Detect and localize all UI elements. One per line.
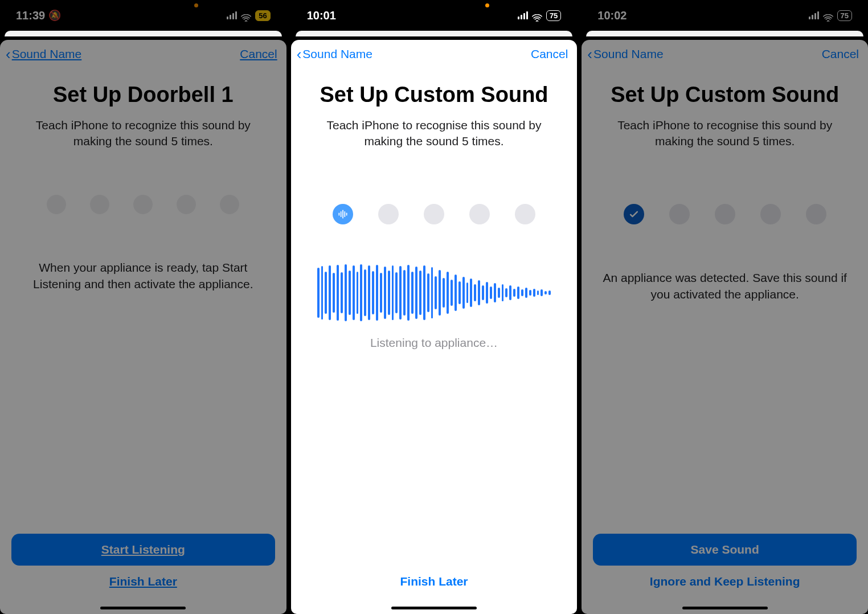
wifi-icon (823, 11, 833, 19)
progress-dot (760, 204, 781, 224)
back-label: Sound Name (12, 47, 82, 61)
instruction-text: When your appliance is ready, tap Start … (0, 214, 286, 292)
home-indicator[interactable] (391, 607, 477, 609)
cancel-button[interactable]: Cancel (240, 47, 277, 61)
status-bar: 11:39 🔕 56 (0, 0, 286, 31)
progress-dot (177, 195, 196, 214)
progress-dot (133, 195, 153, 214)
back-label: Sound Name (593, 47, 664, 61)
listening-status: Listening to appliance… (291, 336, 578, 350)
progress-dot (424, 204, 444, 224)
page-subtitle: Teach iPhone to recognize this sound by … (0, 113, 286, 150)
cancel-button[interactable]: Cancel (822, 47, 859, 61)
progress-dot-done (624, 204, 644, 224)
page-title: Set Up Custom Sound (582, 65, 868, 113)
screen-2: 10:01 75 ‹ Sound Name Cancel Set Up Cust… (291, 0, 578, 614)
sheet-behind (5, 31, 282, 36)
status-time: 10:02 (597, 9, 627, 22)
chevron-left-icon: ‹ (6, 47, 11, 62)
mic-indicator-dot (194, 3, 198, 7)
page-title: Set Up Custom Sound (291, 65, 578, 113)
progress-dots (291, 149, 578, 224)
progress-dot (378, 204, 399, 224)
status-right: 56 (227, 10, 270, 21)
waveform-visualization (291, 259, 578, 327)
bell-slash-icon: 🔕 (48, 9, 61, 22)
bottom-bar: Finish Later (291, 559, 578, 603)
status-time: 10:01 (307, 9, 336, 22)
battery-icon: 56 (255, 10, 270, 21)
back-button[interactable]: ‹ Sound Name (587, 47, 663, 62)
instruction-text: An appliance was detected. Save this sou… (582, 224, 868, 302)
sheet-behind (586, 31, 863, 36)
bottom-bar: Start Listening Finish Later (0, 527, 286, 603)
back-button[interactable]: ‹ Sound Name (6, 47, 81, 62)
status-bar: 10:02 75 (582, 0, 868, 31)
status-time: 11:39 (16, 9, 45, 22)
back-label: Sound Name (302, 47, 372, 61)
battery-icon: 75 (546, 10, 561, 21)
progress-dots (582, 149, 868, 224)
wifi-icon (241, 11, 251, 19)
status-bar: 10:01 75 (291, 0, 578, 31)
progress-dot (90, 195, 109, 214)
modal-sheet: ‹ Sound Name Cancel Set Up Doorbell 1 Te… (0, 40, 286, 614)
chevron-left-icon: ‹ (587, 47, 592, 62)
cellular-icon (227, 11, 237, 19)
status-right: 75 (809, 10, 852, 21)
progress-dots (0, 149, 286, 214)
bottom-bar: Save Sound Ignore and Keep Listening (582, 527, 868, 603)
screen-1: 11:39 🔕 56 ‹ Sound Name Cancel Set Up Do… (0, 0, 286, 614)
home-indicator[interactable] (100, 607, 186, 609)
screen-3: 10:02 75 ‹ Sound Name Cancel Set Up Cust… (582, 0, 868, 614)
finish-later-button[interactable]: Finish Later (11, 566, 275, 597)
progress-dot (220, 195, 239, 214)
battery-icon: 75 (837, 10, 852, 21)
progress-dot-listening (333, 204, 353, 224)
save-sound-button[interactable]: Save Sound (593, 534, 857, 566)
page-title: Set Up Doorbell 1 (0, 65, 286, 113)
finish-later-button[interactable]: Finish Later (302, 566, 566, 597)
nav-bar: ‹ Sound Name Cancel (0, 40, 286, 65)
ignore-keep-listening-button[interactable]: Ignore and Keep Listening (593, 566, 857, 597)
cancel-button[interactable]: Cancel (531, 47, 568, 61)
modal-sheet: ‹ Sound Name Cancel Set Up Custom Sound … (582, 40, 868, 614)
check-icon (628, 208, 640, 220)
start-listening-button[interactable]: Start Listening (11, 534, 275, 566)
progress-dot (806, 204, 826, 224)
progress-dot (515, 204, 535, 224)
progress-dot (469, 204, 490, 224)
cellular-icon (518, 11, 528, 19)
modal-sheet: ‹ Sound Name Cancel Set Up Custom Sound … (291, 40, 578, 614)
waveform-icon (337, 208, 349, 220)
progress-dot (715, 204, 735, 224)
home-indicator[interactable] (682, 607, 768, 609)
progress-dot (47, 195, 66, 214)
status-right: 75 (518, 10, 561, 21)
mic-indicator-dot (485, 3, 489, 7)
chevron-left-icon: ‹ (297, 47, 302, 62)
wifi-icon (532, 11, 542, 19)
back-button[interactable]: ‹ Sound Name (297, 47, 372, 62)
progress-dot (669, 204, 690, 224)
sheet-behind (296, 31, 573, 36)
nav-bar: ‹ Sound Name Cancel (291, 40, 578, 65)
page-subtitle: Teach iPhone to recognise this sound by … (582, 113, 868, 150)
cellular-icon (809, 11, 819, 19)
nav-bar: ‹ Sound Name Cancel (582, 40, 868, 65)
page-subtitle: Teach iPhone to recognise this sound by … (291, 113, 578, 150)
